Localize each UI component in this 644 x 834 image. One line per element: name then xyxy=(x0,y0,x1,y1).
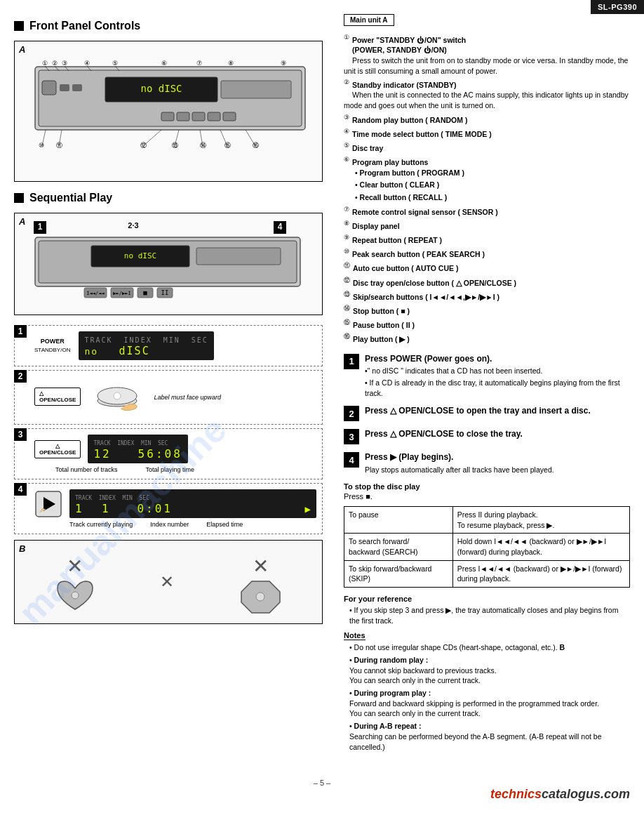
step4-box: 4 TRACK INDEX MIN SEC 1 1 0:01 ▶ xyxy=(14,483,323,534)
sequential-play-heading: Sequential Play xyxy=(14,192,323,204)
box-b-label: B xyxy=(19,543,25,554)
svg-text:⑧: ⑧ xyxy=(228,60,234,67)
notes-item-program: During program play : Forward and backwa… xyxy=(349,688,630,719)
reference-section: For your reference If you skip step 3 an… xyxy=(344,595,630,626)
notes-section: Notes Do not use irregular shape CDs (he… xyxy=(344,631,630,752)
right-step-4-content: Press ▶ (Play begins). Play stops automa… xyxy=(365,451,554,475)
svg-text:⑩: ⑩ xyxy=(39,142,44,149)
svg-line-39 xyxy=(220,130,227,146)
front-panel-title: Front Panel Controls xyxy=(29,20,140,32)
table-cell-search-instruction: Hold down I◄◄/◄◄ (backward) or ▶►/▶►I (f… xyxy=(452,534,629,560)
heading-square-icon2 xyxy=(14,193,24,203)
table-cell-skip-action: To skip forward/backward (SKIP) xyxy=(344,560,453,587)
right-step-3-number: 3 xyxy=(344,429,359,444)
step2-box: 2 △OPEN/CLOSE Label must face upward xyxy=(14,370,323,425)
svg-rect-10 xyxy=(192,112,205,121)
sub-item-program: Program button ( PROGRAM ) xyxy=(355,168,630,178)
svg-point-66 xyxy=(256,593,264,601)
reference-item-1: If you skip step 3 and press ▶, the tray… xyxy=(349,605,630,626)
table-cell-pause-action: To pause xyxy=(344,506,453,533)
notes-item-random: During random play : You cannot skip bac… xyxy=(349,655,630,686)
lcd-display-3: TRACK INDEX MIN SEC 12 56:08 xyxy=(88,435,187,463)
svg-text:⑭: ⑭ xyxy=(200,142,206,149)
control-item-3: ③ Random play button ( RANDOM ) xyxy=(344,113,630,125)
control-item-9: ⑨ Repeat button ( REPEAT ) xyxy=(344,233,630,245)
invalid-cd-box: B ✕ ✕ ✕ xyxy=(14,540,323,624)
control-item-11: ⑪ Auto cue button ( AUTO CUE ) xyxy=(344,261,630,273)
table-row-pause: To pause Press II during playback.To res… xyxy=(344,506,630,533)
svg-rect-12 xyxy=(223,112,236,121)
left-column: Front Panel Controls A no dISC xyxy=(14,14,323,757)
right-step-2: 2 Press △ OPEN/CLOSE to open the tray an… xyxy=(344,405,630,421)
svg-text:▶►/▶►I: ▶►/▶►I xyxy=(113,291,130,296)
front-panel-diagram: A no dISC xyxy=(14,41,323,182)
controls-list: ① Power "STANDBY ⏻/ON" switch (POWER, ST… xyxy=(344,33,630,345)
right-step-4-number: 4 xyxy=(344,452,359,468)
reference-title: For your reference xyxy=(344,595,630,603)
control-item-1: ① Power "STANDBY ⏻/ON" switch (POWER, ST… xyxy=(344,33,630,76)
control-item-4: ④ Time mode select button ( TIME MODE ) xyxy=(344,127,630,139)
svg-text:⑤: ⑤ xyxy=(112,60,118,67)
table-cell-search-action: To search forward/backward (SEARCH) xyxy=(344,534,453,560)
stop-title: To stop the disc play xyxy=(344,482,630,491)
svg-rect-8 xyxy=(161,112,174,121)
diagram-a-label: A xyxy=(19,44,25,55)
right-step-4: 4 Press ▶ (Play begins). Play stops auto… xyxy=(344,451,630,475)
svg-text:②: ② xyxy=(52,60,58,67)
step2-number: 2 xyxy=(14,370,27,383)
svg-text:⑪: ⑪ xyxy=(56,142,62,149)
svg-text:no   dISC: no dISC xyxy=(124,251,156,260)
svg-line-40 xyxy=(246,130,255,146)
step2-button: △OPEN/CLOSE xyxy=(34,388,81,408)
notes-item-ab-repeat: During A-B repeat : Searching can be per… xyxy=(349,721,630,752)
notes-title: Notes xyxy=(344,631,365,640)
control-item-16: ⑯ Play button ( ▶ ) xyxy=(344,332,630,344)
svg-line-36 xyxy=(143,130,161,146)
svg-rect-9 xyxy=(177,112,189,121)
right-column: Main unit A ① Power "STANDBY ⏻/ON" switc… xyxy=(337,14,630,757)
step3-number: 3 xyxy=(14,428,27,441)
svg-rect-50 xyxy=(196,248,281,265)
heart-cd: ✕ xyxy=(54,555,96,616)
step3-captions: Total number of tracks Total playing tim… xyxy=(55,466,316,473)
sequential-device-svg: 1 2·3 4 no dISC I◄◄/◄◄ ▶►/▶►I ■ xyxy=(19,218,318,309)
notes-item-irregular: Do not use irregular shape CDs (heart-sh… xyxy=(349,642,630,653)
svg-rect-11 xyxy=(208,112,220,121)
heading-square-icon xyxy=(14,21,24,31)
control-item-7: ⑦ Remote control signal sensor ( SENSOR … xyxy=(344,205,630,217)
sequential-play-diagram: A 1 2·3 4 no dISC I◄◄/◄◄ xyxy=(14,213,323,315)
lcd-display-4: TRACK INDEX MIN SEC 1 1 0:01 ▶ xyxy=(69,489,316,518)
right-step-1: 1 Press POWER (Power goes on). •" no dIS… xyxy=(344,353,630,399)
stop-text: Press ■. xyxy=(344,492,630,501)
control-item-8: ⑧ Display panel xyxy=(344,219,630,231)
step1-box: 1 POWERSTANDBY/ON TRACK INDEX MIN SEC no… xyxy=(14,325,323,366)
table-row-search: To search forward/backward (SEARCH) Hold… xyxy=(344,534,630,560)
playback-table: To pause Press II during playback.To res… xyxy=(344,506,630,588)
svg-text:⑦: ⑦ xyxy=(196,60,202,67)
svg-rect-4 xyxy=(221,81,291,98)
table-row-skip: To skip forward/backward (SKIP) Press I◄… xyxy=(344,560,630,587)
model-label: SL-PG390 xyxy=(591,0,644,14)
svg-text:①: ① xyxy=(42,60,48,67)
cd-illustration xyxy=(89,376,145,418)
svg-text:1: 1 xyxy=(38,222,43,232)
svg-text:2·3: 2·3 xyxy=(128,221,138,230)
page-number: – 5 – xyxy=(0,779,644,787)
control-item-5: ⑤ Disc tray xyxy=(344,141,630,153)
svg-text:④: ④ xyxy=(84,60,90,67)
right-step-3: 3 Press △ OPEN/CLOSE to close the tray. xyxy=(344,428,630,444)
svg-text:⑮: ⑮ xyxy=(224,142,231,149)
svg-rect-5 xyxy=(42,81,56,95)
octagonal-cd: ✕ xyxy=(238,555,283,616)
right-step-2-number: 2 xyxy=(344,406,359,421)
control-item-6: ⑥ Program play buttons Program button ( … xyxy=(344,155,630,202)
website-footer: technicscatalogus.com xyxy=(0,787,644,809)
control-item-2: ② Standby indicator (STANDBY) When the u… xyxy=(344,78,630,111)
svg-text:■: ■ xyxy=(143,289,147,296)
reference-list: If you skip step 3 and press ▶, the tray… xyxy=(344,605,630,626)
seq-diagram-label: A xyxy=(19,216,25,227)
step4-captions: Track currently playing Index number Ela… xyxy=(69,521,316,528)
step2-caption: Label must face upward xyxy=(154,394,221,401)
control-item-13: ⑬ Skip/search buttons ( I◄◄/◄◄,▶►/▶►I ) xyxy=(344,290,630,302)
stop-section: To stop the disc play Press ■. xyxy=(344,482,630,501)
